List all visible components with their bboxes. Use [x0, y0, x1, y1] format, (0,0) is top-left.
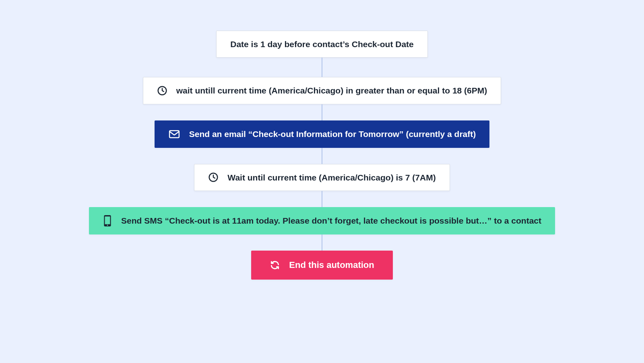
trigger-node[interactable]: Date is 1 day before contact’s Check-out…: [216, 31, 428, 58]
sms-action-node[interactable]: Send SMS “Check-out is at 11am today. Pl…: [89, 207, 555, 234]
wait-node-1[interactable]: wait untill current time (America/Chicag…: [143, 77, 501, 104]
wait-1-label: wait untill current time (America/Chicag…: [176, 85, 487, 96]
end-node[interactable]: End this automation: [251, 251, 392, 280]
svg-rect-1: [169, 131, 179, 138]
svg-rect-4: [105, 216, 110, 224]
connector: [322, 234, 322, 251]
clock-icon: [208, 172, 219, 183]
email-action-node[interactable]: Send an email “Check-out Information for…: [155, 120, 490, 148]
sms-action-label: Send SMS “Check-out is at 11am today. Pl…: [121, 215, 541, 226]
wait-2-label: Wait until current time (America/Chicago…: [227, 172, 436, 183]
phone-icon: [103, 215, 112, 227]
trigger-label: Date is 1 day before contact’s Check-out…: [230, 39, 414, 50]
connector: [322, 148, 322, 164]
wait-node-2[interactable]: Wait until current time (America/Chicago…: [194, 164, 450, 191]
clock-icon: [157, 85, 167, 96]
email-action-label: Send an email “Check-out Information for…: [189, 129, 476, 139]
connector: [322, 58, 322, 77]
end-label: End this automation: [289, 259, 374, 271]
sync-icon: [270, 260, 280, 270]
envelope-icon: [168, 128, 180, 140]
connector: [322, 104, 322, 120]
automation-flow: Date is 1 day before contact’s Check-out…: [89, 31, 555, 280]
svg-point-5: [107, 225, 108, 226]
connector: [322, 191, 322, 207]
